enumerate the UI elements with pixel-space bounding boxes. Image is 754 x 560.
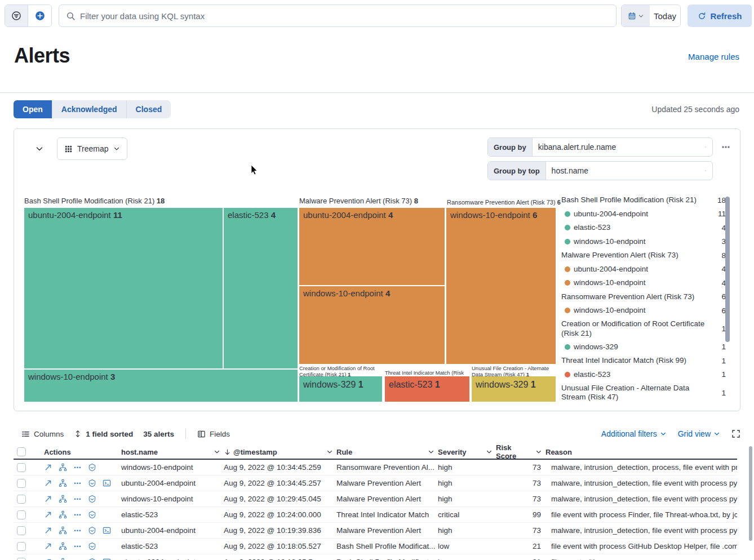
analyze-event-icon[interactable] [59, 542, 67, 550]
row-checkbox[interactable] [17, 510, 26, 519]
shield-icon[interactable] [88, 479, 96, 487]
shield-icon[interactable] [88, 510, 96, 519]
shield-icon[interactable] [88, 463, 96, 472]
date-quick-select-button[interactable] [622, 5, 650, 26]
expand-alert-icon[interactable] [44, 479, 52, 487]
expand-alert-icon[interactable] [44, 542, 52, 550]
analyze-event-icon[interactable] [59, 510, 67, 519]
saved-query-menu-button[interactable] [5, 5, 28, 26]
more-actions-icon[interactable] [73, 558, 82, 560]
fields-button[interactable]: Fields [197, 430, 230, 438]
analyze-event-icon[interactable] [59, 558, 67, 560]
more-actions-icon[interactable] [73, 542, 82, 550]
row-checkbox[interactable] [17, 542, 26, 551]
tab-open[interactable]: Open [14, 100, 52, 118]
analyze-event-icon[interactable] [59, 526, 67, 535]
chart-type-select[interactable]: Treemap [57, 137, 127, 160]
treemap-tile[interactable]: windows-10-endpoint 6 [446, 208, 556, 364]
column-header-host[interactable]: host.name [121, 448, 224, 456]
session-view-terminal-icon[interactable] [103, 479, 111, 487]
treemap-tile[interactable]: elastic-523 4 [224, 208, 298, 368]
sort-fields-button[interactable]: 1 field sorted [74, 430, 133, 438]
legend-item-row[interactable]: windows-3291 [561, 340, 726, 354]
legend-group-row[interactable]: Bash Shell Profile Modification (Risk 21… [561, 193, 726, 207]
column-header-reason[interactable]: Reason [545, 448, 737, 456]
cell-host: elastic-523 [121, 510, 224, 519]
row-checkbox[interactable] [17, 463, 26, 472]
legend-item-row[interactable]: elastic-5234 [561, 221, 726, 235]
legend-group-row[interactable]: Unusual File Creation - Alternate Data S… [561, 381, 726, 404]
refresh-button[interactable]: Refresh [688, 5, 752, 27]
session-view-terminal-icon[interactable] [103, 526, 111, 535]
more-actions-icon[interactable] [73, 495, 82, 503]
shield-icon[interactable] [88, 495, 96, 503]
legend-scrollbar[interactable] [725, 197, 730, 342]
columns-button[interactable]: Columns [21, 430, 64, 438]
add-filter-button[interactable] [28, 5, 51, 26]
collapse-panel-button[interactable] [33, 142, 46, 155]
shield-icon[interactable] [88, 558, 96, 560]
group-by-select[interactable]: Group by kibana.alert.rule.name [487, 137, 713, 157]
treemap-tile[interactable]: windows-10-endpoint 3 [24, 370, 298, 402]
row-checkbox[interactable] [17, 558, 26, 560]
legend-dot-icon [565, 280, 570, 286]
legend-group-row[interactable]: Ransomware Prevention Alert (Risk 73)6 [561, 290, 726, 304]
kql-search-input[interactable] [80, 11, 609, 21]
expand-alert-icon[interactable] [44, 463, 52, 472]
legend-item-row[interactable]: ubuntu-2004-endpoint4 [561, 263, 726, 277]
treemap-tile[interactable]: windows-329 1 [299, 376, 382, 402]
expand-alert-icon[interactable] [44, 526, 52, 535]
legend-item-row[interactable]: ubuntu-2004-endpoint11 [561, 207, 726, 221]
tab-acknowledged[interactable]: Acknowledged [52, 100, 126, 118]
analyze-event-icon[interactable] [59, 463, 67, 472]
legend-group-row[interactable]: Threat Intel Indicator Match (Risk 99)1 [561, 354, 726, 368]
legend-group-row[interactable]: Creation or Modification of Root Certifi… [561, 318, 726, 340]
expand-alert-icon[interactable] [44, 558, 52, 560]
inspect-menu-button[interactable] [718, 141, 733, 153]
refresh-label: Refresh [711, 11, 742, 21]
legend-item-row[interactable]: windows-10-endpoint6 [561, 304, 726, 318]
date-range-button[interactable]: Today [650, 5, 680, 26]
column-header-rule[interactable]: Rule [336, 448, 438, 456]
more-actions-icon[interactable] [73, 526, 82, 535]
row-checkbox[interactable] [17, 495, 26, 504]
legend-item-row[interactable]: elastic-5231 [561, 368, 726, 382]
column-header-severity[interactable]: Severity [438, 448, 496, 456]
row-checkbox[interactable] [17, 526, 26, 535]
more-actions-icon[interactable] [73, 510, 82, 519]
session-view-terminal-icon[interactable] [103, 558, 111, 560]
grid-scrollbar[interactable] [749, 446, 752, 541]
select-all-checkbox[interactable] [17, 447, 26, 456]
manage-rules-link[interactable]: Manage rules [688, 52, 739, 61]
treemap-tile[interactable]: ubuntu-2004-endpoint 4 [299, 208, 445, 285]
analyze-event-icon[interactable] [59, 479, 67, 487]
fullscreen-icon[interactable] [731, 429, 740, 438]
cell-host: windows-10-endpoint [121, 463, 224, 472]
additional-filters-button[interactable]: Additional filters [601, 429, 667, 438]
expand-alert-icon[interactable] [44, 495, 52, 503]
grid-view-button[interactable]: Grid view [678, 429, 720, 438]
analyze-event-icon[interactable] [59, 495, 67, 503]
list-icon [21, 430, 30, 438]
group-by-top-select[interactable]: Group by top host.name [487, 161, 713, 180]
treemap-tile[interactable]: windows-329 1 [472, 376, 556, 402]
legend-item-row[interactable]: windows-10-endpoint4 [561, 276, 726, 290]
legend-group-row[interactable]: Malware Prevention Alert (Risk 73)8 [561, 248, 726, 263]
treemap-tile[interactable]: ubuntu-2004-endpoint 11 [24, 208, 223, 368]
shield-icon[interactable] [88, 526, 96, 535]
column-header-timestamp[interactable]: @timestamp [224, 448, 336, 456]
treemap-tile[interactable]: windows-10-endpoint 4 [299, 286, 445, 364]
more-actions-icon[interactable] [73, 479, 82, 487]
tab-closed[interactable]: Closed [126, 100, 171, 118]
legend-item-row[interactable]: windows-10-endpoint3 [561, 235, 726, 249]
treemap-tile[interactable]: elastic-523 1 [385, 376, 469, 402]
more-actions-icon[interactable] [73, 463, 82, 472]
cell-severity: low [438, 542, 496, 550]
expand-alert-icon[interactable] [44, 510, 52, 519]
shield-icon[interactable] [88, 542, 96, 550]
cell-timestamp: Aug 9, 2022 @ 10:34:45.259 [224, 463, 336, 472]
sort-icon [74, 430, 82, 438]
mouse-cursor [250, 165, 259, 176]
row-checkbox[interactable] [17, 479, 26, 488]
column-header-risk-score[interactable]: Risk Score [496, 443, 545, 460]
